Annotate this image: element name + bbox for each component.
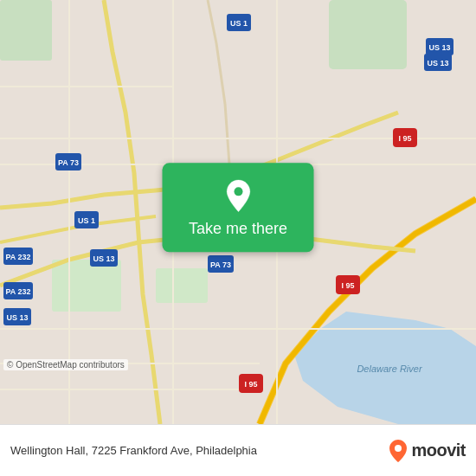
cta-label: Take me there bbox=[189, 220, 287, 238]
map-container: US 1 US 13 PA 232 PA 73 PA 73 US 13 I 95… bbox=[0, 0, 476, 424]
svg-text:I 95: I 95 bbox=[244, 380, 257, 389]
svg-text:I 95: I 95 bbox=[341, 281, 354, 290]
bottom-bar: Wellington Hall, 7225 Frankford Ave, Phi… bbox=[0, 424, 476, 476]
svg-text:Delaware River: Delaware River bbox=[357, 363, 423, 374]
svg-text:US 13: US 13 bbox=[427, 59, 448, 68]
svg-rect-2 bbox=[329, 0, 407, 69]
svg-rect-3 bbox=[0, 0, 52, 61]
svg-text:US 1: US 1 bbox=[78, 216, 95, 225]
address-text: Wellington Hall, 7225 Frankford Ave, Phi… bbox=[10, 444, 382, 457]
moovit-logo: moovit bbox=[389, 439, 466, 463]
svg-point-43 bbox=[395, 445, 402, 452]
svg-rect-5 bbox=[156, 268, 208, 303]
svg-text:I 95: I 95 bbox=[398, 134, 411, 143]
moovit-wordmark: moovit bbox=[411, 441, 466, 460]
map-attribution: © OpenStreetMap contributors bbox=[3, 359, 128, 370]
svg-rect-4 bbox=[52, 260, 121, 312]
svg-text:US 13: US 13 bbox=[428, 43, 450, 52]
svg-text:PA 232: PA 232 bbox=[5, 287, 30, 296]
svg-text:PA 232: PA 232 bbox=[5, 253, 30, 261]
svg-text:US 13: US 13 bbox=[6, 313, 28, 322]
svg-text:PA 73: PA 73 bbox=[210, 261, 231, 269]
moovit-pin-icon bbox=[389, 439, 408, 463]
take-me-there-button[interactable]: Take me there bbox=[163, 163, 314, 252]
location-pin-icon bbox=[221, 178, 255, 213]
svg-point-42 bbox=[234, 187, 242, 196]
svg-text:PA 73: PA 73 bbox=[58, 158, 79, 167]
svg-text:US 1: US 1 bbox=[230, 19, 248, 28]
svg-text:US 13: US 13 bbox=[93, 254, 114, 263]
